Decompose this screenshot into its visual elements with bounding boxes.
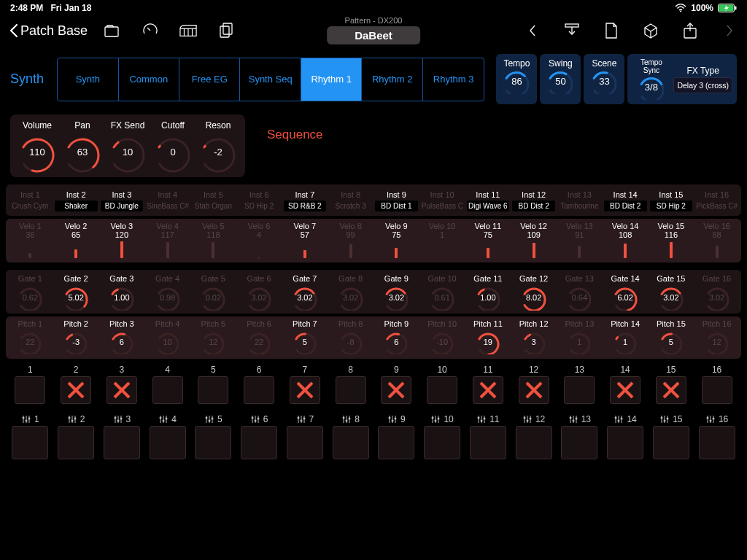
motion-cell[interactable]: 12 [511,414,557,459]
pitch-cell[interactable]: Pitch 11 19 [465,319,511,354]
motion-cell[interactable]: 7 [282,414,328,459]
scene-knob[interactable]: Scene 33 [584,54,624,104]
pitch-cell[interactable]: Pitch 14 1 [603,319,649,354]
velo-cell[interactable]: Velo 64 [236,222,282,258]
swing-knob[interactable]: Swing 50 [540,54,581,104]
mute-cell[interactable]: 13 [557,365,603,404]
motion-cell[interactable]: 6 [236,414,282,459]
piano-icon[interactable] [179,22,197,39]
mute-cell[interactable]: 2 [53,365,99,404]
velo-cell[interactable]: Velo 136 [7,222,53,258]
gate-cell[interactable]: Gate 10 0.61 [419,274,465,311]
inst-cell[interactable]: Inst 10PulseBass C [419,189,465,213]
motion-cell[interactable]: 4 [144,414,190,459]
motion-cell[interactable]: 16 [694,414,740,459]
fx-type-select[interactable]: Delay 3 (cross) [673,77,732,93]
velo-cell[interactable]: Velo 14108 [603,222,649,258]
motion-cell[interactable]: 11 [465,414,511,459]
inst-cell[interactable]: Inst 4SineBass C# [144,189,190,213]
gate-cell[interactable]: Gate 13 0.64 [557,274,603,311]
next-icon[interactable] [721,22,738,39]
mute-cell[interactable]: 8 [328,365,374,404]
tab-rhythm-2[interactable]: Rhythm 2 [362,58,422,101]
pitch-cell[interactable]: Pitch 7 5 [282,319,328,354]
velo-cell[interactable]: Velo 5118 [190,222,236,258]
mute-cell[interactable]: 4 [144,365,190,404]
prev-icon[interactable] [524,22,541,39]
velo-cell[interactable]: Velo 1688 [694,222,740,258]
pitch-cell[interactable]: Pitch 13 1 [557,319,603,354]
mute-cell[interactable]: 5 [190,365,236,404]
velo-cell[interactable]: Velo 101 [419,222,465,258]
dial-icon[interactable] [142,22,159,39]
mute-cell[interactable]: 14 [603,365,649,404]
inst-cell[interactable]: Inst 2Shaker [53,189,99,213]
gate-cell[interactable]: Gate 8 3.02 [328,274,374,311]
tab-synth[interactable]: Synth [58,58,118,101]
tab-synth-seq[interactable]: Synth Seq [240,58,301,101]
pitch-cell[interactable]: Pitch 10 -10 [419,319,465,354]
tab-free-eg[interactable]: Free EG [179,58,240,101]
pitch-cell[interactable]: Pitch 4 10 [144,319,190,354]
dice-icon[interactable] [642,22,659,39]
inst-cell[interactable]: Inst 6SD Hip 2 [236,189,282,213]
pitch-cell[interactable]: Pitch 3 6 [99,319,145,354]
velo-cell[interactable]: Velo 975 [374,222,419,258]
gate-cell[interactable]: Gate 9 3.02 [374,274,419,311]
inst-cell[interactable]: Inst 15SD Hip 2 [649,189,694,213]
pitch-cell[interactable]: Pitch 12 3 [511,319,557,354]
patch-name[interactable]: DaBeet [327,26,420,44]
mute-cell[interactable]: 1 [7,365,53,404]
gate-cell[interactable]: Gate 4 0.98 [144,274,190,311]
gate-cell[interactable]: Gate 2 5.02 [53,274,99,311]
gate-cell[interactable]: Gate 1 0.62 [7,274,53,311]
mixer-volume[interactable]: Volume 110 [15,120,60,173]
mixer-fx-send[interactable]: FX Send 10 [105,120,150,173]
motion-cell[interactable]: 10 [419,414,465,459]
gate-cell[interactable]: Gate 3 1.00 [99,274,145,311]
pitch-cell[interactable]: Pitch 2 -3 [53,319,99,354]
gate-cell[interactable]: Gate 11 1.00 [465,274,511,311]
mute-cell[interactable]: 3 [99,365,145,404]
pitch-cell[interactable]: Pitch 1 22 [7,319,53,354]
inst-cell[interactable]: Inst 7SD R&B 2 [282,189,328,213]
gate-cell[interactable]: Gate 15 3.02 [649,274,694,311]
gate-cell[interactable]: Gate 5 0.02 [190,274,236,311]
mute-cell[interactable]: 9 [374,365,419,404]
inst-cell[interactable]: Inst 13Tambourine [557,189,603,213]
velo-cell[interactable]: Velo 15116 [649,222,694,258]
mute-cell[interactable]: 11 [465,365,511,404]
pitch-cell[interactable]: Pitch 6 22 [236,319,282,354]
mute-cell[interactable]: 7 [282,365,328,404]
pitch-cell[interactable]: Pitch 9 6 [374,319,419,354]
gate-cell[interactable]: Gate 6 3.02 [236,274,282,311]
mute-cell[interactable]: 12 [511,365,557,404]
mixer-reson[interactable]: Reson -2 [196,120,241,173]
mute-cell[interactable]: 16 [694,365,740,404]
pitch-cell[interactable]: Pitch 8 -8 [328,319,374,354]
inst-cell[interactable]: Inst 9BD Dist 1 [374,189,419,213]
motion-cell[interactable]: 2 [53,414,99,459]
download-icon[interactable] [563,22,581,39]
gate-cell[interactable]: Gate 16 3.02 [694,274,740,311]
velo-cell[interactable]: Velo 899 [328,222,374,258]
folder-icon[interactable] [104,22,121,39]
inst-cell[interactable]: Inst 14BD Dist 2 [603,189,649,213]
mixer-pan[interactable]: Pan 63 [60,120,105,173]
gate-cell[interactable]: Gate 12 8.02 [511,274,557,311]
motion-cell[interactable]: 14 [603,414,649,459]
inst-cell[interactable]: Inst 8Scratch 3 [328,189,374,213]
pitch-cell[interactable]: Pitch 16 12 [694,319,740,354]
share-icon[interactable] [681,22,699,39]
velo-cell[interactable]: Velo 3120 [99,222,145,258]
gate-cell[interactable]: Gate 7 3.02 [282,274,328,311]
motion-cell[interactable]: 13 [557,414,603,459]
velo-cell[interactable]: Velo 1175 [465,222,511,258]
mixer-cutoff[interactable]: Cutoff 0 [150,120,196,173]
back-button[interactable]: Patch Base [9,23,88,39]
new-doc-icon[interactable] [603,22,620,39]
pitch-cell[interactable]: Pitch 15 5 [649,319,694,354]
motion-cell[interactable]: 9 [374,414,419,459]
mute-cell[interactable]: 6 [236,365,282,404]
pitch-cell[interactable]: Pitch 5 12 [190,319,236,354]
